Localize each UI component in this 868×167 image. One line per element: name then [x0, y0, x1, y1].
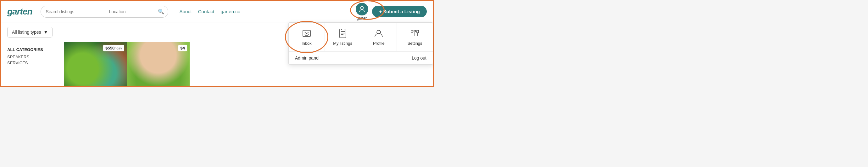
- filter-label: All listing types: [12, 30, 41, 35]
- user-label: garten: [356, 16, 367, 21]
- category-speakers[interactable]: SPEAKERS: [7, 54, 58, 60]
- listing-price-1: $550/ day: [103, 45, 124, 51]
- dropdown-my-listings-label: My listings: [333, 41, 352, 46]
- nav-contact[interactable]: Contact: [198, 9, 215, 14]
- dropdown-icons-row: Inbox My listings: [289, 23, 433, 52]
- search-button[interactable]: 🔍: [154, 8, 168, 15]
- header-right: garten + Submit a Listing: [356, 3, 427, 21]
- listing-type-filter[interactable]: All listing types ▼: [7, 27, 53, 37]
- svg-rect-18: [411, 30, 413, 33]
- page-wrapper: garten 🔍 About Contact garten.co: [0, 0, 434, 87]
- listing-card[interactable]: $4: [127, 42, 190, 86]
- category-services[interactable]: SERVICES: [7, 60, 58, 66]
- user-icon: [356, 3, 368, 16]
- location-input[interactable]: [104, 9, 154, 14]
- filter-arrow: ▼: [44, 30, 48, 35]
- svg-rect-10: [303, 30, 310, 36]
- dropdown-inbox-label: Inbox: [302, 41, 312, 46]
- dropdown-footer: Admin panel Log out: [289, 52, 433, 64]
- nav-garten-co[interactable]: garten.co: [220, 9, 240, 14]
- user-dropdown-menu: Inbox My listings: [288, 22, 433, 64]
- logo[interactable]: garten: [7, 7, 32, 17]
- nav-links: About Contact garten.co: [180, 9, 240, 14]
- header: garten 🔍 About Contact garten.co: [1, 1, 433, 22]
- categories-title: ALL CATEGORIES: [7, 47, 58, 52]
- inbox-icon: [302, 28, 312, 38]
- dropdown-settings[interactable]: Settings: [397, 23, 433, 51]
- listing-card[interactable]: $550/ day: [64, 42, 127, 86]
- settings-icon: [410, 28, 420, 38]
- logout-link[interactable]: Log out: [412, 55, 427, 60]
- dropdown-settings-label: Settings: [408, 41, 422, 46]
- svg-rect-20: [417, 30, 418, 33]
- submit-listing-button[interactable]: + Submit a Listing: [372, 6, 427, 17]
- dropdown-profile-label: Profile: [373, 41, 384, 46]
- nav-about[interactable]: About: [180, 9, 192, 14]
- svg-rect-19: [414, 30, 416, 32]
- listing-price-2: $4: [178, 45, 187, 51]
- dropdown-inbox[interactable]: Inbox: [289, 23, 325, 51]
- svg-rect-11: [340, 29, 346, 38]
- categories-panel: ALL CATEGORIES SPEAKERS SERVICES: [1, 42, 64, 86]
- search-bar: 🔍: [40, 6, 168, 18]
- admin-panel-link[interactable]: Admin panel: [295, 55, 319, 60]
- my-listings-icon: [338, 28, 348, 38]
- user-area[interactable]: garten: [356, 3, 368, 21]
- dropdown-my-listings[interactable]: My listings: [325, 23, 361, 51]
- listing-cards: $550/ day $4: [64, 42, 190, 86]
- dropdown-profile[interactable]: Profile: [361, 23, 397, 51]
- search-input[interactable]: [41, 9, 104, 14]
- profile-icon: [374, 28, 384, 38]
